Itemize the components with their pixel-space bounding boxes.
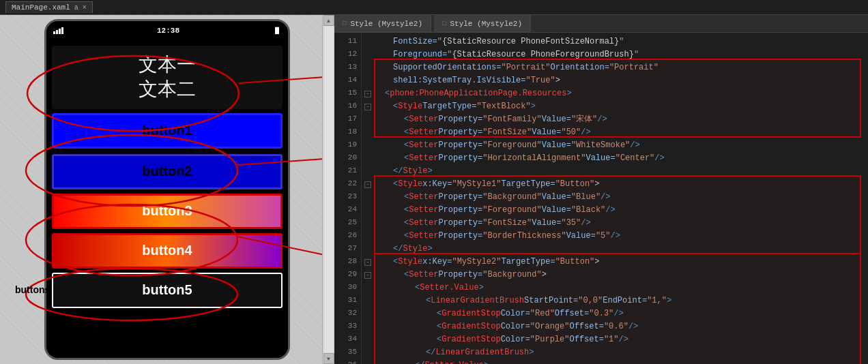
phone-button-1[interactable]: button1 xyxy=(52,113,283,149)
code-tab-label-1: Style (Mystyle2) xyxy=(350,20,422,28)
tab-icon-2: □ xyxy=(442,20,446,27)
scroll-down-button[interactable]: ▼ xyxy=(323,353,334,364)
fold-20 xyxy=(362,152,374,165)
code-line-18: <Setter Property="FontSize" Value="50"/> xyxy=(379,126,863,139)
fold-35 xyxy=(362,346,374,359)
phone-button-3[interactable]: button3 xyxy=(52,194,283,229)
battery-icon: ▐▌ xyxy=(273,27,281,35)
fold-17 xyxy=(362,113,374,126)
tab-icon-1: □ xyxy=(343,20,346,27)
code-line-23: <Setter Property="Background" Value="Blu… xyxy=(379,191,863,204)
signal-bar-2 xyxy=(56,30,58,34)
line-num-24: 24 xyxy=(334,204,357,217)
line-num-32: 32 xyxy=(334,307,357,320)
tab-close-icon[interactable]: × xyxy=(83,4,87,12)
code-line-27: </Style> xyxy=(379,243,863,256)
fold-28[interactable]: - xyxy=(362,256,374,269)
code-line-19: <Setter Property="Foreground" Value="Whi… xyxy=(379,139,863,152)
phone-status-bar: 12:38 ▐▌ xyxy=(46,21,288,40)
fold-30 xyxy=(362,282,374,294)
fold-15[interactable]: - xyxy=(362,87,374,100)
fold-21 xyxy=(362,165,374,178)
signal-bar-4 xyxy=(61,27,63,34)
phone-text-1: 文本一 xyxy=(59,52,276,77)
code-tab-1[interactable]: □ Style (Mystyle2) xyxy=(334,15,431,32)
scroll-track xyxy=(324,26,334,353)
code-line-16: <Style TargetType="TextBlock"> xyxy=(379,100,863,113)
code-line-12: Foreground="{StaticResource PhoneForegro… xyxy=(379,48,863,61)
phone-button-2[interactable]: button2 xyxy=(52,154,283,189)
line-num-15: 15 xyxy=(334,87,357,100)
line-num-29: 29 xyxy=(334,269,357,282)
code-content: FontSize="{StaticResource PhoneFontSizeN… xyxy=(374,33,868,364)
line-num-22: 22 xyxy=(334,178,357,191)
code-line-26: <Setter Property="BorderThickness" Value… xyxy=(379,230,863,243)
phone-text-2: 文本二 xyxy=(59,77,276,102)
tab-label: MainPage.xaml xyxy=(12,3,70,12)
line-num-35: 35 xyxy=(334,346,357,359)
line-num-18: 18 xyxy=(334,126,357,139)
fold-12 xyxy=(362,48,374,61)
code-line-22: <Style x:Key="MyStyle1" TargetType="Butt… xyxy=(379,178,863,191)
code-line-25: <Setter Property="FontSize" Value="35"/> xyxy=(379,217,863,230)
line-num-13: 13 xyxy=(334,61,357,74)
line-num-30: 30 xyxy=(334,282,357,294)
code-line-31: <LinearGradientBrush StartPoint="0,0" En… xyxy=(379,294,863,307)
signal-bar-1 xyxy=(53,31,55,34)
code-line-29: <Setter Property="Background" > xyxy=(379,269,863,282)
fold-24 xyxy=(362,204,374,217)
code-line-30: <Setter.Value> xyxy=(379,282,863,294)
fold-27 xyxy=(362,243,374,256)
line-num-27: 27 xyxy=(334,243,357,256)
fold-13 xyxy=(362,61,374,74)
title-bar: MainPage.xaml a × xyxy=(0,0,868,15)
code-line-15: <phone:PhoneApplicationPage.Resources> xyxy=(379,87,863,100)
main-content: 12:38 ▐▌ 文本一 文本二 button1 button2 xyxy=(0,15,868,364)
phone-body: 文本一 文本二 button1 button2 button3 button xyxy=(46,40,288,358)
code-line-35: </LinearGradientBrush> xyxy=(379,346,863,359)
fold-18 xyxy=(362,126,374,139)
fold-29[interactable]: - xyxy=(362,269,374,282)
fold-11 xyxy=(362,35,374,48)
code-line-34: <GradientStop Color="Purple" Offset="1"/… xyxy=(379,333,863,346)
line-num-21: 21 xyxy=(334,165,357,178)
line-num-33: 33 xyxy=(334,320,357,333)
code-tab-2[interactable]: □ Style (Mystyle2) xyxy=(434,15,531,32)
fold-column: - - - - - xyxy=(362,33,374,364)
code-tab-label-2: Style (Mystyle2) xyxy=(450,20,522,28)
fold-22[interactable]: - xyxy=(362,178,374,191)
fold-23 xyxy=(362,191,374,204)
code-line-28: <Style x:Key="MyStyle2" TargetType="Butt… xyxy=(379,256,863,269)
line-num-23: 23 xyxy=(334,191,357,204)
panel-scrollbar[interactable]: ▲ ▼ xyxy=(322,15,334,364)
line-num-20: 20 xyxy=(334,152,357,165)
phone-preview-panel: 12:38 ▐▌ 文本一 文本二 button1 button2 xyxy=(0,15,334,364)
line-num-11: 11 xyxy=(334,35,357,48)
line-num-19: 19 xyxy=(334,139,357,152)
signal-bar-3 xyxy=(59,29,61,34)
line-num-36: 36 xyxy=(334,359,357,364)
tab-modified: a xyxy=(74,4,78,12)
scroll-up-button[interactable]: ▲ xyxy=(323,15,334,26)
code-line-33: <GradientStop Color="Orange" Offset="0.6… xyxy=(379,320,863,333)
phone-button-5[interactable]: button5 xyxy=(52,273,283,308)
line-num-14: 14 xyxy=(334,74,357,87)
code-line-36: </Setter.Value> xyxy=(379,359,863,364)
fold-36 xyxy=(362,359,374,364)
code-line-24: <Setter Property="Foreground" Value="Bla… xyxy=(379,204,863,217)
phone-button-4[interactable]: button4 xyxy=(52,233,283,269)
fold-33 xyxy=(362,320,374,333)
line-num-28: 28 xyxy=(334,256,357,269)
code-editor-panel: □ Style (Mystyle2) □ Style (Mystyle2) 11… xyxy=(334,15,868,364)
code-line-32: <GradientStop Color="Red" Offset="0.3" /… xyxy=(379,307,863,320)
editor-tab[interactable]: MainPage.xaml a × xyxy=(5,1,93,13)
fold-14 xyxy=(362,74,374,87)
signal-icon xyxy=(53,27,63,34)
fold-16[interactable]: - xyxy=(362,100,374,113)
code-tab-bar: □ Style (Mystyle2) □ Style (Mystyle2) xyxy=(334,15,868,33)
fold-19 xyxy=(362,139,374,152)
fold-32 xyxy=(362,307,374,320)
phone-device: 12:38 ▐▌ 文本一 文本二 button1 button2 xyxy=(44,19,290,360)
line-num-25: 25 xyxy=(334,217,357,230)
line-num-16: 16 xyxy=(334,100,357,113)
